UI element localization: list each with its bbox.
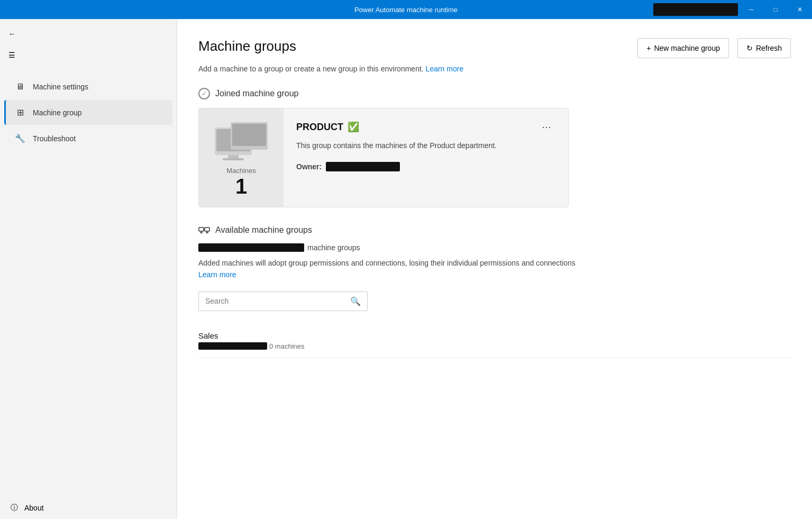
machine-group-card: Machines 1 PRODUCT ✅ ⋯ This group contai…	[198, 108, 569, 207]
available-section: Available machine groups machine groups …	[198, 224, 791, 358]
available-description: Added machines will adopt group permissi…	[198, 257, 579, 281]
titlebar-controls: ─ □ ✕	[739, 0, 812, 19]
minimize-button[interactable]: ─	[739, 0, 763, 19]
main-content: Machine groups + New machine group ↻ Ref…	[177, 19, 812, 519]
sidebar: ← ☰ 🖥 Machine settings ⊞ Machine group 🔧…	[0, 19, 177, 519]
close-button[interactable]: ✕	[788, 0, 812, 19]
available-count-row: machine groups	[198, 243, 791, 252]
wrench-icon: 🔧	[15, 133, 25, 143]
sidebar-item-label: Machine settings	[33, 83, 88, 91]
card-title: PRODUCT ✅	[296, 121, 359, 133]
search-icon: 🔍	[350, 296, 361, 306]
plus-icon: +	[646, 44, 651, 52]
machines-number: 1	[212, 175, 270, 198]
sidebar-item-machine-settings[interactable]: 🖥 Machine settings	[4, 75, 172, 99]
available-group-icon	[198, 224, 210, 236]
about-label: About	[24, 504, 44, 512]
joined-section-header: ✓ Joined machine group	[198, 88, 791, 99]
machine-group-illustration	[212, 117, 270, 165]
svg-rect-5	[232, 124, 266, 146]
list-item: Sales 0 machines	[198, 324, 791, 358]
svg-rect-12	[205, 227, 209, 231]
sidebar-item-label: Machine group	[33, 108, 82, 117]
sidebar-about[interactable]: ⓘ About	[0, 497, 177, 519]
available-section-header: Available machine groups	[198, 224, 791, 236]
search-input[interactable]	[205, 297, 350, 305]
learn-more-link-available[interactable]: Learn more	[198, 270, 236, 279]
restore-button[interactable]: □	[763, 0, 788, 19]
card-description: This group contains the machines of the …	[296, 140, 555, 151]
titlebar: Power Automate machine runtime ─ □ ✕	[0, 0, 812, 19]
sidebar-item-label: Troubleshoot	[33, 134, 76, 143]
card-info: PRODUCT ✅ ⋯ This group contains the mach…	[284, 108, 568, 207]
monitor-icon: 🖥	[15, 82, 25, 92]
green-check-icon: ✅	[348, 121, 359, 133]
count-suffix: machine groups	[307, 243, 360, 252]
back-button[interactable]: ←	[0, 23, 177, 44]
group-list-item-info: Sales 0 machines	[198, 331, 304, 350]
sidebar-item-machine-group[interactable]: ⊞ Machine group	[4, 100, 172, 125]
page-title: Machine groups	[198, 38, 296, 54]
machines-count-label: 0 machines	[269, 342, 304, 350]
ellipsis-menu-button[interactable]: ⋯	[537, 119, 555, 135]
card-owner-row: Owner:	[296, 162, 555, 171]
refresh-button[interactable]: ↻ Refresh	[737, 38, 791, 58]
learn-more-link-top[interactable]: Learn more	[426, 65, 464, 73]
card-title-row: PRODUCT ✅ ⋯	[296, 119, 555, 135]
machines-label: Machines	[212, 167, 270, 175]
page-header: Machine groups + New machine group ↻ Ref…	[198, 38, 791, 58]
new-machine-group-button[interactable]: + New machine group	[637, 38, 729, 58]
hamburger-icon: ☰	[8, 51, 15, 59]
available-section-label: Available machine groups	[215, 225, 312, 235]
search-box[interactable]: 🔍	[198, 292, 368, 311]
header-actions: + New machine group ↻ Refresh	[637, 38, 791, 58]
svg-rect-3	[223, 158, 244, 160]
group-name: Sales	[198, 331, 304, 340]
check-circle-icon: ✓	[198, 88, 210, 99]
svg-rect-11	[199, 227, 204, 231]
sidebar-item-troubleshoot[interactable]: 🔧 Troubleshoot	[4, 126, 172, 151]
back-icon: ←	[8, 30, 16, 38]
titlebar-user-redacted	[653, 3, 738, 16]
titlebar-title: Power Automate machine runtime	[354, 6, 458, 14]
app-layout: ← ☰ 🖥 Machine settings ⊞ Machine group 🔧…	[0, 19, 812, 519]
owner-value-redacted	[326, 162, 400, 171]
card-icon-section: Machines 1	[199, 108, 284, 207]
count-redacted	[198, 243, 304, 252]
page-subtitle: Add a machine to a group or create a new…	[198, 65, 791, 73]
svg-rect-2	[228, 155, 239, 158]
new-group-label: New machine group	[654, 44, 720, 52]
group-machines-count: 0 machines	[198, 342, 304, 350]
machines-count-display: Machines 1	[212, 167, 270, 198]
group-name-text: PRODUCT	[296, 122, 343, 133]
hamburger-button[interactable]: ☰	[0, 44, 177, 66]
group-icon: ⊞	[15, 107, 25, 117]
joined-section-label: Joined machine group	[215, 89, 298, 98]
owner-label: Owner:	[296, 162, 322, 171]
refresh-icon: ↻	[746, 44, 753, 52]
refresh-label: Refresh	[756, 44, 782, 52]
info-icon: ⓘ	[11, 503, 18, 513]
sales-redacted	[198, 342, 267, 350]
